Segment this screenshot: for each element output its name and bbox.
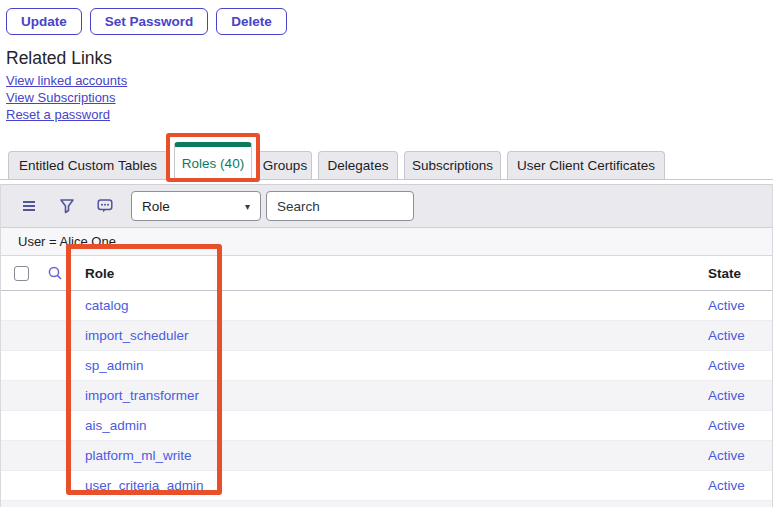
role-link[interactable]: ais_admin <box>85 418 147 433</box>
state-cell: Active <box>708 298 772 313</box>
role-link[interactable]: sp_admin <box>85 358 144 373</box>
role-cell: import_scheduler <box>1 328 708 343</box>
role-cell: platform_ml_write <box>1 448 708 463</box>
form-actions: Update Set Password Delete <box>0 0 773 35</box>
state-cell: Active <box>708 328 772 343</box>
table-row: sp_admin Active <box>1 351 772 381</box>
state-cell: Active <box>708 388 772 403</box>
filter-icon[interactable] <box>59 198 75 214</box>
column-search-icon[interactable] <box>47 265 63 281</box>
link-view-linked-accounts[interactable]: View linked accounts <box>6 74 773 88</box>
tab-roles-40[interactable]: Roles (40) <box>174 142 252 180</box>
state-cell: Active <box>708 418 772 433</box>
role-link[interactable]: import_transformer <box>85 388 199 403</box>
state-cell: Active <box>708 478 772 493</box>
tab-label: Subscriptions <box>412 158 493 173</box>
column-header-state[interactable]: State <box>708 266 772 281</box>
tab-bar: Entitled Custom Tables Roles (40) Groups… <box>0 141 773 180</box>
related-links: View linked accounts View Subscriptions … <box>0 74 773 122</box>
search-input[interactable] <box>266 191 414 221</box>
chat-icon[interactable] <box>97 198 113 214</box>
state-cell: Active <box>708 448 772 463</box>
tab-delegates[interactable]: Delegates <box>318 151 398 179</box>
table-row: import_scheduler Active <box>1 321 772 351</box>
breadcrumb-text[interactable]: User = Alice One <box>18 234 116 249</box>
tab-label: Roles (40) <box>182 156 244 171</box>
related-links-heading: Related Links <box>6 48 773 69</box>
role-cell: ais_admin <box>1 418 708 433</box>
table-row: user_criteria_admin Active <box>1 471 772 501</box>
link-view-subscriptions[interactable]: View Subscriptions <box>6 91 773 105</box>
tab-entitled-custom-tables[interactable]: Entitled Custom Tables <box>8 151 168 179</box>
role-cell: sp_admin <box>1 358 708 373</box>
role-cell: import_transformer <box>1 388 708 403</box>
table-row: platform_ml_write Active <box>1 441 772 471</box>
role-link[interactable]: import_scheduler <box>85 328 189 343</box>
tab-label: Groups <box>263 158 307 173</box>
tab-label: Delegates <box>328 158 389 173</box>
role-cell: catalog <box>1 298 708 313</box>
user-record-page: Update Set Password Delete Related Links… <box>0 0 773 507</box>
list-toolbar: Role ▾ <box>1 184 772 228</box>
roles-list: Role ▾ User = Alice One Role State catal… <box>0 184 773 507</box>
table-row: ais_admin Active <box>1 411 772 441</box>
column-header-role[interactable]: Role <box>85 266 708 281</box>
table-row: catalog Active <box>1 291 772 321</box>
select-all-checkbox[interactable] <box>14 266 29 281</box>
table-body: catalog Active import_scheduler Active s… <box>1 291 772 501</box>
state-cell: Active <box>708 358 772 373</box>
menu-icon[interactable] <box>21 198 37 214</box>
link-reset-a-password[interactable]: Reset a password <box>6 108 773 122</box>
search-column-select[interactable]: Role ▾ <box>131 191 261 221</box>
set-password-button[interactable]: Set Password <box>90 8 209 35</box>
breadcrumb: User = Alice One <box>1 228 772 256</box>
tab-subscriptions[interactable]: Subscriptions <box>404 151 501 179</box>
table-row-partial <box>1 501 772 507</box>
search-column-value: Role <box>142 199 170 214</box>
role-cell: user_criteria_admin <box>1 478 708 493</box>
update-button[interactable]: Update <box>6 8 82 35</box>
tab-user-client-certificates[interactable]: User Client Certificates <box>507 151 665 179</box>
role-link[interactable]: platform_ml_write <box>85 448 192 463</box>
table-row: import_transformer Active <box>1 381 772 411</box>
tab-groups[interactable]: Groups <box>258 151 312 179</box>
table-header-row: Role State <box>1 256 772 291</box>
role-link[interactable]: user_criteria_admin <box>85 478 204 493</box>
delete-button[interactable]: Delete <box>216 8 287 35</box>
role-link[interactable]: catalog <box>85 298 129 313</box>
tab-label: Entitled Custom Tables <box>19 158 157 173</box>
tab-label: User Client Certificates <box>517 158 655 173</box>
chevron-down-icon: ▾ <box>245 201 250 212</box>
